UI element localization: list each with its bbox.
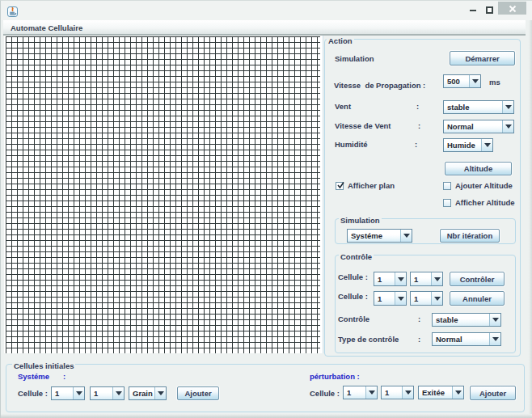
vitesse-propagation-combo[interactable]: 500 xyxy=(443,74,481,88)
exitee-combo[interactable]: Exitée xyxy=(418,386,464,399)
controle-combo[interactable]: stable xyxy=(432,313,501,327)
close-button[interactable] xyxy=(498,2,526,15)
controle-colon: : xyxy=(418,315,420,323)
ms-label: ms xyxy=(489,78,500,87)
menu-automate-cellulaire[interactable]: Automate Cellulaire xyxy=(11,23,82,32)
chevron-down-icon[interactable] xyxy=(452,386,463,399)
check-icon xyxy=(336,181,345,190)
right-combo1[interactable]: 1 xyxy=(343,386,378,399)
chevron-down-icon[interactable] xyxy=(73,387,84,399)
action-group-title: Action xyxy=(327,36,354,45)
afficher-altitude-checkbox[interactable]: Afficher Altitude xyxy=(443,198,515,207)
annuler-button[interactable]: Annuler xyxy=(450,291,505,306)
right-combo2[interactable]: 1 xyxy=(381,386,414,399)
humidite-combo[interactable]: Humide xyxy=(443,138,493,152)
cellule-label-left: Cellule : xyxy=(18,389,48,398)
minimize-button[interactable] xyxy=(470,10,476,11)
demarrer-button[interactable]: Démarrer xyxy=(450,51,515,65)
checkbox-box[interactable] xyxy=(336,182,344,190)
cellule-label-right: Cellule : xyxy=(310,389,340,398)
type-controle-label: Type de contrôle xyxy=(338,335,399,344)
chevron-down-icon[interactable] xyxy=(489,314,500,326)
type-controle-colon: : xyxy=(418,335,420,344)
vitesse-propagation-label: Vitesse de Propagation xyxy=(334,81,421,90)
java-app-icon xyxy=(7,6,18,17)
chevron-down-icon[interactable] xyxy=(400,230,412,242)
chevron-down-icon[interactable] xyxy=(481,139,492,151)
close-icon xyxy=(509,5,517,13)
controler-button[interactable]: Contrôler xyxy=(450,272,505,286)
ajouter-altitude-checkbox[interactable]: Ajouter Altitude xyxy=(443,181,513,190)
simulation-group-title: Simulation xyxy=(339,216,382,225)
vent-label: Vent xyxy=(335,102,351,111)
chevron-down-icon[interactable] xyxy=(365,386,377,399)
cellular-grid[interactable] xyxy=(6,36,320,353)
chevron-down-icon[interactable] xyxy=(112,387,124,399)
cellules-initiales-title: Cellules initiales xyxy=(12,361,75,370)
type-controle-combo[interactable]: Normal xyxy=(432,332,501,346)
systeme-combo[interactable]: Systéme xyxy=(347,229,412,243)
vitesse-vent-colon: : xyxy=(418,121,420,130)
cellule-label-1: Cellule : xyxy=(338,272,368,281)
humidite-colon: : xyxy=(415,140,417,149)
nbr-iteration-button[interactable]: Nbr itération xyxy=(440,229,500,243)
controle-row2-combo2[interactable]: 1 xyxy=(410,291,443,306)
left-combo2[interactable]: 1 xyxy=(90,386,125,400)
checkbox-box[interactable] xyxy=(443,199,451,207)
vent-combo[interactable]: stable xyxy=(443,100,514,114)
simulation-group: Simulation Systéme Nbr itération xyxy=(335,218,516,244)
title-bar xyxy=(1,1,532,20)
systeme-header-colon: : xyxy=(63,372,65,381)
chevron-down-icon[interactable] xyxy=(431,292,442,305)
chevron-down-icon[interactable] xyxy=(502,120,513,133)
simulation-label: Simulation xyxy=(335,54,374,63)
controle-group-title: Contrôle xyxy=(339,252,374,261)
action-group: Action Simulation Démarrer Vitesse de Pr… xyxy=(324,39,521,357)
chevron-down-icon[interactable] xyxy=(469,75,480,87)
chevron-down-icon[interactable] xyxy=(431,272,442,285)
perturbation-header: pérturbation : xyxy=(310,372,360,381)
ajouter-button-right[interactable]: Ajouter xyxy=(470,386,516,400)
vent-colon: : xyxy=(416,102,419,111)
menu-bar: Automate Cellulaire xyxy=(3,20,526,36)
maximize-button[interactable] xyxy=(486,6,493,14)
chevron-down-icon[interactable] xyxy=(502,101,513,113)
controle-row1-combo2[interactable]: 1 xyxy=(410,272,443,286)
chevron-down-icon[interactable] xyxy=(489,333,500,345)
left-combo1[interactable]: 1 xyxy=(51,386,85,400)
cellules-initiales-group: Cellules initiales Systéme : Cellule : 1… xyxy=(6,364,525,412)
grain-combo[interactable]: Grain xyxy=(129,386,167,400)
chevron-down-icon[interactable] xyxy=(402,386,413,399)
controle-group: Contrôle Cellule : 1 1 Contrôler Cellule… xyxy=(335,255,516,353)
chevron-down-icon[interactable] xyxy=(395,272,406,285)
controle-label: Contrôle xyxy=(338,315,369,323)
altitude-button[interactable]: Altitude xyxy=(445,162,512,175)
vitesse-vent-label: Vitesse de Vent xyxy=(335,121,391,130)
chevron-down-icon[interactable] xyxy=(395,292,406,305)
vitesse-vent-combo[interactable]: Normal xyxy=(443,120,514,133)
controle-row2-combo1[interactable]: 1 xyxy=(374,291,407,306)
humidite-label: Humidité xyxy=(335,140,368,149)
grid-panel xyxy=(4,36,323,353)
app-window: Automate Cellulaire Action Simulation Dé… xyxy=(0,0,532,418)
cellule-label-2: Cellule : xyxy=(338,292,368,301)
vitesse-propagation-colon: : xyxy=(423,81,425,90)
chevron-down-icon[interactable] xyxy=(154,387,166,399)
systeme-header: Systéme xyxy=(18,372,49,381)
afficher-plan-checkbox[interactable]: Afficher plan xyxy=(336,181,395,190)
ajouter-button-left[interactable]: Ajouter xyxy=(177,386,219,400)
checkbox-box[interactable] xyxy=(443,182,451,190)
controle-row1-combo1[interactable]: 1 xyxy=(374,272,407,286)
